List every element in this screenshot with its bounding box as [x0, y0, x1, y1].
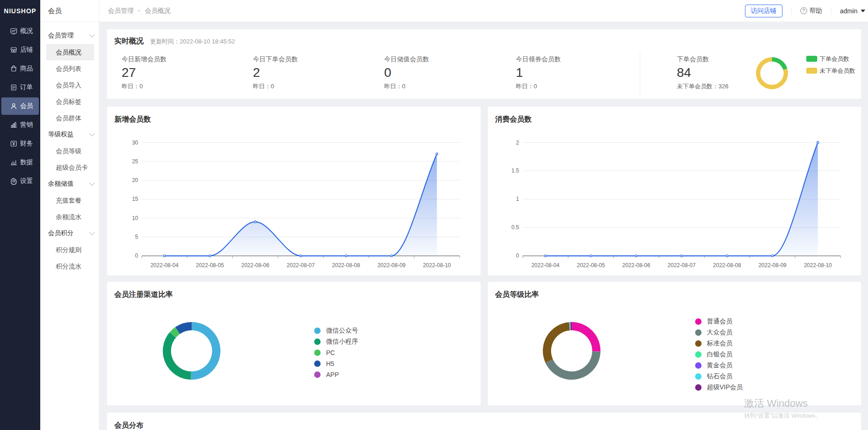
stat-sub: 昨日：0 — [516, 82, 639, 91]
legend-marker — [806, 68, 817, 74]
svg-text:1: 1 — [516, 196, 519, 202]
goods-icon — [10, 65, 17, 72]
sub-nav-item-member-groups[interactable]: 会员群体 — [46, 110, 94, 126]
legend-item[interactable]: 白银会员 — [695, 349, 743, 360]
consume-members-title: 消费会员数 — [495, 115, 532, 124]
new-members-card: 新增会员数 0510152025302022-08-042022-08-0520… — [107, 107, 481, 275]
main-nav-item-settings[interactable]: 设置 — [1, 172, 39, 190]
realtime-card-header: 实时概况 更新时间：2022-08-10 18:45:52 — [114, 37, 235, 46]
shop-icon — [10, 46, 17, 54]
sub-nav-group-member-points[interactable]: 会员积分 — [40, 225, 99, 242]
member-icon — [10, 102, 17, 110]
legend-item[interactable]: 下单会员数 — [806, 53, 855, 64]
stat-0: 今日新增会员数27昨日：0 — [122, 54, 245, 91]
legend-item[interactable]: 钻石会员 — [695, 371, 743, 382]
svg-text:2022-08-05: 2022-08-05 — [577, 262, 605, 269]
svg-text:2022-08-07: 2022-08-07 — [667, 262, 696, 269]
legend-item[interactable]: 标准会员 — [695, 338, 743, 349]
member-distribution-title: 会员分布 — [114, 421, 144, 430]
sub-nav-item-member-import[interactable]: 会员导入 — [46, 77, 94, 93]
line-charts-row: 新增会员数 0510152025302022-08-042022-08-0520… — [107, 107, 861, 275]
legend-item[interactable]: PC — [314, 347, 358, 358]
legend-marker — [695, 384, 702, 391]
legend-label: 黄金会员 — [707, 361, 733, 370]
legend-label: 普通会员 — [707, 317, 733, 326]
member-distribution-card: 会员分布 — [107, 413, 861, 430]
main-nav-item-finance[interactable]: 财务 — [1, 135, 39, 152]
sub-nav-item-member-level-item[interactable]: 会员等级 — [46, 143, 94, 159]
svg-text:2022-08-06: 2022-08-06 — [241, 262, 270, 269]
svg-text:5: 5 — [135, 234, 138, 240]
breadcrumb-current[interactable]: 会员概况 — [145, 7, 171, 14]
legend-item[interactable]: 超级VIP会员 — [695, 382, 743, 393]
legend-label: 白银会员 — [707, 350, 733, 359]
main-nav-label: 店铺 — [20, 46, 33, 54]
main-nav-label: 营销 — [20, 121, 33, 129]
legend-item[interactable]: 微信小程序 — [314, 336, 358, 347]
legend-marker — [314, 328, 321, 334]
sub-nav-item-member-tags[interactable]: 会员标签 — [46, 93, 94, 110]
stat-sub: 昨日：0 — [384, 82, 508, 91]
chevron-down-icon — [861, 10, 865, 12]
member-level-donut-chart — [541, 320, 603, 383]
legend-label: APP — [326, 371, 339, 378]
main-nav-item-member[interactable]: 会员 — [1, 97, 39, 115]
consume-members-card: 消费会员数 00.511.522022-08-042022-08-052022-… — [488, 107, 862, 275]
realtime-overview-card: 实时概况 更新时间：2022-08-10 18:45:52 今日新增会员数27昨… — [107, 29, 861, 99]
sub-nav-group-balance-recharge[interactable]: 余额储值 — [40, 176, 99, 192]
svg-text:1.5: 1.5 — [511, 167, 519, 174]
sub-nav-item-super-member-card[interactable]: 超级会员卡 — [46, 159, 94, 176]
legend-item[interactable]: 黄金会员 — [695, 360, 743, 371]
chevron-down-icon — [89, 180, 95, 186]
pie-charts-row: 会员注册渠道比率 微信公众号微信小程序PCH5APP 会员等级比率 普通会员大众… — [107, 282, 861, 405]
help-link[interactable]: ? 帮助 — [800, 7, 822, 15]
legend-item[interactable]: H5 — [314, 358, 358, 369]
main-nav-item-goods[interactable]: 商品 — [1, 60, 39, 77]
page: 实时概况 更新时间：2022-08-10 18:45:52 今日新增会员数27昨… — [99, 22, 868, 430]
sub-nav: 会员管理会员概况会员列表会员导入会员标签会员群体等级权益会员等级超级会员卡余额储… — [40, 22, 99, 274]
visit-shop-button[interactable]: 访问店铺 — [745, 5, 782, 17]
main-nav-item-data[interactable]: 数据 — [1, 154, 39, 171]
user-menu[interactable]: admin — [840, 7, 865, 15]
breadcrumb-parent[interactable]: 会员管理 — [108, 7, 134, 14]
app-logo: NIUSHOP — [0, 0, 40, 22]
main-nav-item-shop[interactable]: 店铺 — [1, 41, 39, 59]
breadcrumb: 会员管理-会员概况 — [108, 7, 171, 15]
register-channel-legend: 微信公众号微信小程序PCH5APP — [314, 325, 358, 380]
breadcrumb-separator: - — [138, 7, 140, 14]
sub-nav-item-member-list[interactable]: 会员列表 — [46, 60, 94, 77]
register-channel-title: 会员注册渠道比率 — [114, 290, 173, 300]
legend-item[interactable]: APP — [314, 369, 358, 380]
main-nav-label: 财务 — [20, 140, 33, 148]
sub-nav-item-member-overview[interactable]: 会员概况 — [46, 44, 94, 60]
sub-nav-item-balance-flow[interactable]: 余额流水 — [46, 209, 94, 225]
topbar-divider-2 — [831, 7, 831, 15]
chevron-down-icon — [89, 32, 95, 38]
sub-sidebar-title: 会员 — [40, 0, 99, 22]
sub-nav-group-member-management[interactable]: 会员管理 — [40, 27, 99, 44]
sub-nav-item-points-rules[interactable]: 积分规则 — [46, 242, 94, 258]
main-nav-item-overview[interactable]: 概况 — [1, 22, 39, 40]
sub-nav-group-label: 余额储值 — [48, 180, 74, 188]
sub-nav-item-recharge-package[interactable]: 充值套餐 — [46, 192, 94, 209]
legend-item[interactable]: 大众会员 — [695, 327, 743, 338]
stat-2: 今日储值会员数0昨日：0 — [384, 54, 508, 91]
legend-item[interactable]: 微信公众号 — [314, 325, 358, 336]
legend-label: 钻石会员 — [707, 372, 733, 381]
main-nav-item-marketing[interactable]: 营销 — [1, 116, 39, 134]
svg-text:2022-08-05: 2022-08-05 — [196, 262, 224, 269]
legend-label: 未下单会员数 — [820, 67, 855, 75]
member-level-card: 会员等级比率 普通会员大众会员标准会员白银会员黄金会员钻石会员超级VIP会员 — [488, 282, 862, 405]
chevron-down-icon — [89, 229, 95, 235]
legend-item[interactable]: 普通会员 — [695, 316, 743, 327]
sub-nav-item-points-flow[interactable]: 积分流水 — [46, 258, 94, 274]
main-nav-item-order[interactable]: 订单 — [1, 79, 39, 96]
sub-nav-group-level-rights[interactable]: 等级权益 — [40, 126, 99, 143]
legend-item[interactable]: 未下单会员数 — [806, 65, 855, 76]
overview-icon — [10, 27, 17, 35]
main-nav-label: 概况 — [20, 27, 33, 35]
user-name: admin — [840, 7, 857, 15]
data-icon — [10, 159, 17, 166]
order-members-donut-chart — [754, 55, 790, 93]
realtime-title: 实时概况 — [114, 37, 144, 46]
